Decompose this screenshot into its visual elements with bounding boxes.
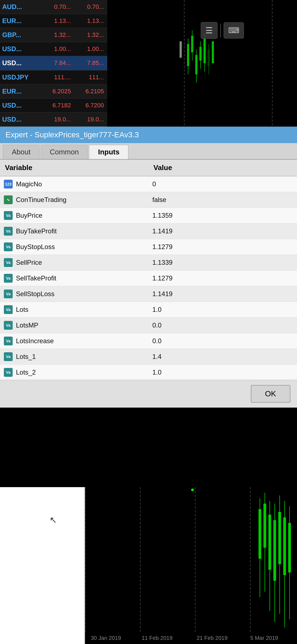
menu-button[interactable]: ☰: [201, 22, 218, 39]
var-value[interactable]: 1.0: [148, 365, 297, 380]
table-row[interactable]: Va BuyPrice 1.1359: [0, 208, 297, 223]
price-ask: 6.2105: [71, 88, 104, 95]
var-value[interactable]: 1.1419: [148, 223, 297, 239]
ok-button[interactable]: OK: [251, 385, 290, 403]
svg-rect-32: [263, 504, 266, 548]
svg-text:21 Feb 2019: 21 Feb 2019: [197, 635, 227, 641]
var-cell: ∿ ConTinueTrading: [0, 192, 148, 208]
var-icon: 123: [4, 180, 13, 189]
var-name: BuyStopLoss: [16, 243, 55, 251]
price-row[interactable]: GBP... 1.32... 1.32...: [0, 28, 107, 42]
var-cell: Va BuyTakeProfit: [0, 223, 148, 239]
price-bid: 7.84...: [38, 59, 71, 67]
dialog-footer: OK: [0, 380, 297, 408]
table-row[interactable]: 123 MagicNo 0: [0, 176, 297, 192]
table-row[interactable]: Va SellTakeProfit 1.1279: [0, 271, 297, 286]
table-row[interactable]: Va LotsMP 0.0: [0, 318, 297, 333]
svg-rect-38: [273, 520, 276, 581]
bottom-right-chart: 30 Jan 2019 11 Feb 2019 21 Feb 2019 5 Ma…: [85, 487, 297, 644]
price-symbol: USD...: [2, 45, 38, 53]
var-name: Lots_1: [16, 353, 36, 361]
var-name: ConTinueTrading: [16, 196, 67, 204]
toolbar: ☰ ⌨: [201, 22, 244, 39]
var-icon: Va: [4, 227, 13, 236]
table-row[interactable]: Va Lots_2 1.0: [0, 365, 297, 380]
table-row[interactable]: ∿ ConTinueTrading false: [0, 192, 297, 208]
svg-point-28: [191, 489, 194, 491]
expert-dialog: Expert - SuplexPrices_tiger777-EAv3.3 Ab…: [0, 127, 297, 408]
price-ask: 1.00...: [71, 45, 104, 53]
bottom-left-panel: ↖: [0, 487, 85, 644]
var-value[interactable]: 1.1279: [148, 271, 297, 286]
inputs-table: Variable Value 123 MagicNo 0 ∿ ConTinueT…: [0, 160, 297, 380]
price-ask: 7.85...: [71, 59, 104, 67]
tabs-bar: About Common Inputs: [0, 143, 297, 160]
price-row[interactable]: USD... 7.84... 7.85...: [0, 56, 107, 70]
var-value[interactable]: false: [148, 192, 297, 208]
price-ask: 0.70...: [71, 3, 104, 10]
tab-about[interactable]: About: [3, 145, 40, 159]
table-row[interactable]: Va SellPrice 1.1339: [0, 255, 297, 271]
table-row[interactable]: Va LotsIncrease 0.0: [0, 333, 297, 349]
price-ask: 6.7200: [71, 102, 104, 109]
price-row[interactable]: USDJPY 111.... 111...: [0, 70, 107, 84]
price-row[interactable]: EUR... 6.2025 6.2105: [0, 84, 107, 99]
svg-rect-44: [283, 517, 286, 575]
svg-text:11 Feb 2019: 11 Feb 2019: [142, 635, 172, 641]
svg-rect-16: [204, 39, 206, 63]
price-bid: 6.7182: [38, 102, 71, 109]
price-row[interactable]: USD... 6.7182 6.7200: [0, 99, 107, 113]
var-value[interactable]: 1.1359: [148, 208, 297, 223]
price-bid: 1.00...: [38, 45, 71, 53]
price-ask: 1.13...: [71, 17, 104, 24]
var-name: Lots_2: [16, 369, 36, 376]
table-row[interactable]: Va BuyTakeProfit 1.1419: [0, 223, 297, 239]
keyboard-button[interactable]: ⌨: [224, 22, 244, 39]
var-name: SellTakeProfit: [16, 274, 56, 282]
var-value[interactable]: 0.0: [148, 333, 297, 349]
tab-common[interactable]: Common: [41, 145, 88, 159]
cursor-icon: ↖: [50, 515, 57, 525]
var-value[interactable]: 0: [148, 176, 297, 192]
price-row[interactable]: AUD... 0.70... 0.70...: [0, 0, 107, 14]
price-symbol: GBP...: [2, 31, 38, 39]
var-value[interactable]: 1.1419: [148, 286, 297, 302]
svg-rect-41: [278, 512, 281, 564]
var-name: MagicNo: [16, 180, 42, 188]
var-cell: Va SellPrice: [0, 255, 148, 271]
toolbar-divider: [220, 24, 221, 37]
price-bid: 1.32...: [38, 31, 71, 39]
inputs-table-container: Variable Value 123 MagicNo 0 ∿ ConTinueT…: [0, 160, 297, 380]
var-icon: Va: [4, 242, 13, 251]
var-icon: Va: [4, 258, 13, 267]
table-row[interactable]: Va Lots 1.0: [0, 302, 297, 318]
table-row[interactable]: Va Lots_1 1.4: [0, 349, 297, 365]
price-symbol: USD...: [2, 102, 38, 109]
tab-inputs[interactable]: Inputs: [89, 145, 128, 159]
top-chart-svg: [107, 0, 297, 127]
bottom-chart: ↖: [0, 487, 297, 644]
var-name: BuyTakeProfit: [16, 227, 57, 235]
var-cell: Va LotsMP: [0, 318, 148, 333]
bottom-chart-svg: 30 Jan 2019 11 Feb 2019 21 Feb 2019 5 Ma…: [85, 487, 297, 644]
var-value[interactable]: 1.1279: [148, 239, 297, 255]
var-cell: Va BuyStopLoss: [0, 239, 148, 255]
chart-top: ☰ ⌨: [107, 0, 297, 127]
price-row[interactable]: USD... 19.0... 19.0...: [0, 113, 107, 127]
var-value[interactable]: 1.4: [148, 349, 297, 365]
price-bid: 0.70...: [38, 3, 71, 10]
var-cell: Va SellStopLoss: [0, 286, 148, 302]
var-value[interactable]: 0.0: [148, 318, 297, 333]
var-value[interactable]: 1.1339: [148, 255, 297, 271]
price-row[interactable]: USD... 1.00... 1.00...: [0, 42, 107, 56]
table-row[interactable]: Va SellStopLoss 1.1419: [0, 286, 297, 302]
var-value[interactable]: 1.0: [148, 302, 297, 318]
svg-rect-22: [212, 41, 214, 63]
price-symbol: USD...: [2, 59, 38, 67]
svg-text:5 Mar 2019: 5 Mar 2019: [250, 635, 278, 641]
var-icon: Va: [4, 211, 13, 220]
price-bid: 111....: [38, 74, 71, 81]
price-row[interactable]: EUR... 1.13... 1.13...: [0, 14, 107, 28]
var-cell: Va SellTakeProfit: [0, 271, 148, 286]
table-row[interactable]: Va BuyStopLoss 1.1279: [0, 239, 297, 255]
